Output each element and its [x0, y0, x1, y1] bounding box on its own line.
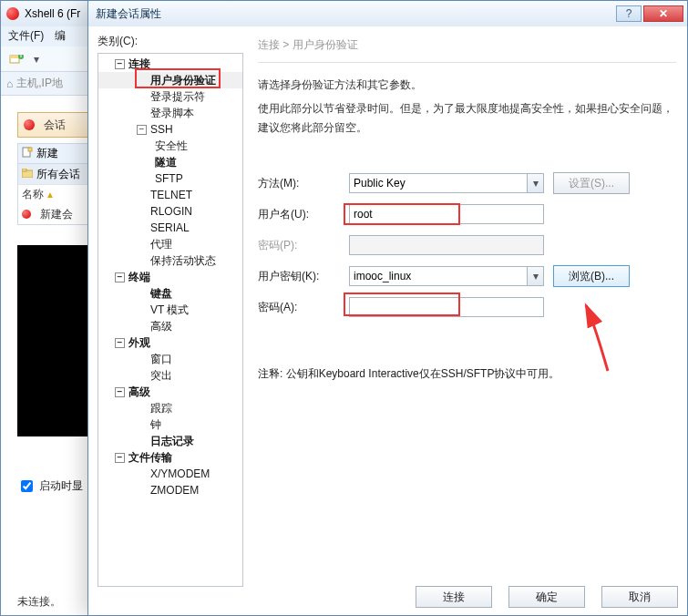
desc-line2: 使用此部分以节省登录时间。但是，为了最大限度地提高安全性，如果担心安全问题，建议…	[258, 99, 676, 137]
tree-tunnel[interactable]: 隧道	[98, 154, 242, 170]
row-method: 方法(M): Public Key ▾ 设置(S)...	[258, 169, 676, 197]
chevron-down-icon[interactable]: ▾	[527, 267, 543, 285]
session-row[interactable]: 新建会	[18, 204, 87, 224]
expander-icon[interactable]: −	[115, 338, 125, 348]
name-column-header[interactable]: 名称 ▲	[18, 184, 87, 204]
sessions-tab[interactable]: 会话	[17, 112, 88, 138]
session-name: 新建会	[40, 207, 73, 222]
addr-lock-icon: ⌂	[6, 77, 13, 90]
row-password: 密码(P):	[258, 231, 676, 259]
chevron-down-icon[interactable]: ▾	[527, 174, 543, 192]
session-icon	[22, 210, 31, 219]
password-input	[349, 235, 544, 255]
divider	[258, 62, 676, 63]
menu-edit[interactable]: 编	[55, 28, 66, 45]
tree-logging[interactable]: 日志记录	[98, 433, 242, 449]
dialog-titlebar[interactable]: 新建会话属性 ? ✕	[88, 1, 687, 26]
name-col-label: 名称	[22, 187, 44, 202]
tree-keyboard[interactable]: 键盘	[98, 285, 242, 302]
tree-security[interactable]: 安全性	[98, 138, 242, 154]
category-label: 类别(C):	[98, 34, 243, 49]
label-method: 方法(M):	[258, 176, 349, 191]
row-passphrase: 密码(A):	[258, 293, 676, 321]
expander-icon[interactable]: −	[137, 125, 147, 135]
label-passphrase: 密码(A):	[258, 300, 349, 315]
settings-button[interactable]: 设置(S)...	[553, 172, 630, 194]
category-column: 类别(C): −连接 用户身份验证 登录提示符 登录脚本 −SSH 安全性 隧道…	[98, 34, 243, 577]
username-input[interactable]	[349, 204, 544, 224]
all-sessions-row[interactable]: 所有会话	[18, 164, 87, 184]
tree-sftp[interactable]: SFTP	[98, 170, 242, 187]
toolbar-dropdown-icon[interactable]: ▾	[34, 53, 39, 66]
new-doc-icon[interactable]	[22, 147, 33, 160]
ok-button[interactable]: 确定	[508, 586, 585, 608]
tree-authentication[interactable]: 用户身份验证	[98, 72, 242, 88]
help-button[interactable]: ?	[616, 5, 642, 22]
session-properties-dialog: 新建会话属性 ? ✕ 类别(C): −连接 用户身份验证 登录提示符 登录脚本 …	[87, 0, 688, 616]
auth-settings-pane: 连接 > 用户身份验证 请选择身份验证方法和其它参数。 使用此部分以节省登录时间…	[252, 34, 678, 577]
left-panel: 会话 新建 所有会话 名称 ▲ 新建会	[17, 112, 88, 225]
tree-highlight[interactable]: 突出	[98, 367, 242, 384]
tree-proxy[interactable]: 代理	[98, 236, 242, 252]
all-sessions-label: 所有会话	[36, 167, 80, 182]
sessions-tab-label: 会话	[44, 118, 66, 133]
tree-connection[interactable]: −连接	[98, 56, 242, 72]
tree-zmodem[interactable]: ZMODEM	[98, 482, 242, 498]
passphrase-input[interactable]	[349, 297, 544, 317]
tree-window[interactable]: 窗口	[98, 351, 242, 367]
sessions-panel-header: 新建	[18, 144, 87, 164]
label-userkey: 用户密钥(K):	[258, 269, 349, 284]
startup-checkbox-input[interactable]	[21, 480, 33, 492]
cancel-button[interactable]: 取消	[601, 586, 678, 608]
expander-icon[interactable]: −	[115, 387, 125, 397]
tree-appearance[interactable]: −外观	[98, 334, 242, 351]
userkey-value: imooc_linux	[354, 270, 411, 282]
label-username: 用户名(U):	[258, 207, 349, 222]
tree-keepalive[interactable]: 保持活动状态	[98, 252, 242, 269]
tree-terminal[interactable]: −终端	[98, 269, 242, 285]
row-username: 用户名(U):	[258, 200, 676, 228]
tree-rlogin[interactable]: RLOGIN	[98, 203, 242, 220]
expander-icon[interactable]: −	[115, 272, 125, 282]
expander-icon[interactable]: −	[115, 59, 125, 69]
tree-terminal-advanced[interactable]: 高级	[98, 318, 242, 334]
row-userkey: 用户密钥(K): imooc_linux ▾ 浏览(B)...	[258, 262, 676, 290]
new-btn-label[interactable]: 新建	[36, 146, 58, 161]
toolbar-new-icon[interactable]: +	[6, 49, 28, 69]
menu-file[interactable]: 文件(F)	[8, 28, 44, 45]
app-logo-icon	[6, 7, 19, 20]
tree-serial[interactable]: SERIAL	[98, 220, 242, 236]
tree-xymodem[interactable]: X/YMODEM	[98, 466, 242, 482]
folder-icon	[22, 168, 33, 180]
tree-bell[interactable]: 钟	[98, 416, 242, 433]
tree-trace[interactable]: 跟踪	[98, 400, 242, 416]
svg-rect-5	[28, 148, 32, 151]
tree-ssh[interactable]: −SSH	[98, 121, 242, 138]
expander-icon[interactable]: −	[115, 453, 125, 463]
desc-line1: 请选择身份验证方法和其它参数。	[258, 76, 676, 94]
svg-rect-7	[22, 169, 26, 171]
category-tree[interactable]: −连接 用户身份验证 登录提示符 登录脚本 −SSH 安全性 隧道 SFTP T…	[98, 53, 243, 587]
browse-button[interactable]: 浏览(B)...	[553, 265, 630, 287]
breadcrumb: 连接 > 用户身份验证	[258, 37, 676, 53]
startup-checkbox-label: 启动时显	[39, 478, 83, 494]
tree-vtmode[interactable]: VT 模式	[98, 302, 242, 318]
tree-login-prompt[interactable]: 登录提示符	[98, 88, 242, 105]
close-button[interactable]: ✕	[643, 5, 683, 22]
tree-advanced[interactable]: −高级	[98, 384, 242, 400]
connect-button[interactable]: 连接	[416, 586, 492, 608]
tree-login-script[interactable]: 登录脚本	[98, 105, 242, 121]
address-label: 主机,IP地	[16, 76, 63, 91]
dialog-footer: 连接 确定 取消	[416, 586, 678, 608]
svg-text:+: +	[17, 53, 24, 61]
startup-checkbox[interactable]: 启动时显	[17, 477, 83, 495]
label-password: 密码(P):	[258, 238, 349, 253]
sessions-panel: 新建 所有会话 名称 ▲ 新建会	[17, 143, 88, 225]
status-bar: 未连接。	[17, 594, 61, 610]
tree-telnet[interactable]: TELNET	[98, 187, 242, 203]
method-combo[interactable]: Public Key ▾	[349, 173, 544, 193]
sort-indicator-icon: ▲	[46, 190, 55, 200]
tree-filetransfer[interactable]: −文件传输	[98, 449, 242, 466]
userkey-combo[interactable]: imooc_linux ▾	[349, 266, 544, 286]
app-title: Xshell 6 (Fr	[25, 7, 80, 20]
